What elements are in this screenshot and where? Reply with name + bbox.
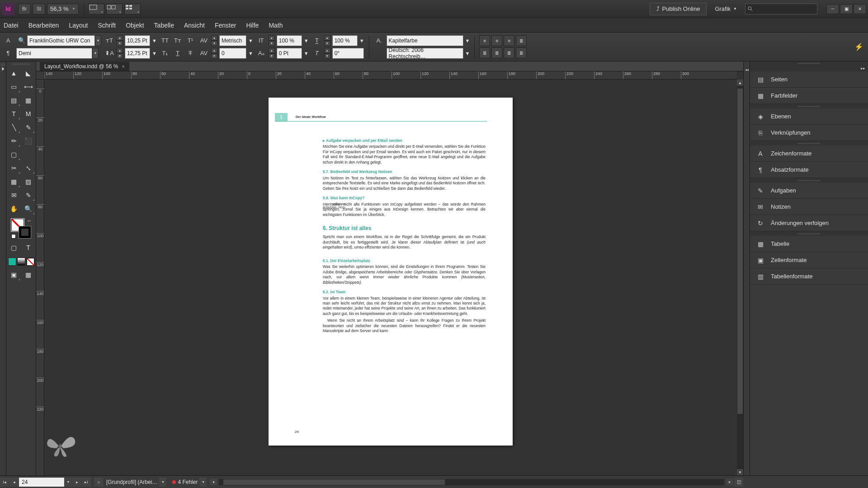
- menu-objekt[interactable]: Objekt: [126, 22, 144, 29]
- menu-tabelle[interactable]: Tabelle: [154, 22, 174, 29]
- next-page-button[interactable]: ▸: [72, 478, 81, 487]
- panel-notes[interactable]: ✉Notizen: [750, 199, 868, 215]
- stock-button[interactable]: St: [33, 4, 45, 14]
- align-left-button[interactable]: ≡: [479, 35, 490, 46]
- chevron-down-icon[interactable]: ▼: [304, 38, 309, 43]
- menu-layout[interactable]: Layout: [69, 22, 88, 29]
- open-bridge-button[interactable]: ☼: [94, 478, 103, 487]
- kerning-field[interactable]: Metrisch: [219, 35, 246, 46]
- kerning-stepper[interactable]: ▲▼: [211, 35, 217, 46]
- panel-table[interactable]: ▦Tabelle: [750, 236, 868, 252]
- pencil-tool[interactable]: ✏: [7, 135, 21, 147]
- view-mode-normal-button[interactable]: ▣: [7, 268, 21, 281]
- menu-ansicht[interactable]: Ansicht: [184, 22, 205, 29]
- panel-assignments[interactable]: ✎Aufgaben: [750, 183, 868, 199]
- chevron-down-icon[interactable]: ▼: [95, 35, 101, 46]
- justify-center-button[interactable]: ≣: [479, 47, 490, 58]
- menu-bearbeiten[interactable]: Bearbeiten: [28, 22, 59, 29]
- panel-track[interactable]: ↻Änderungen verfolgen: [750, 215, 868, 231]
- menu-hilfe[interactable]: Hilfe: [246, 22, 259, 29]
- chevron-down-icon[interactable]: ▼: [152, 38, 157, 43]
- first-page-button[interactable]: I◂: [0, 478, 9, 487]
- panel-para-styles[interactable]: ¶Absatzformate: [750, 162, 868, 178]
- panel-links[interactable]: ⎘Verknüpfungen: [750, 125, 868, 141]
- formatting-text-button[interactable]: T: [22, 241, 35, 254]
- document-tab[interactable]: Layout_Workflow.indd @ 56 % ×: [40, 62, 129, 71]
- horizontal-ruler[interactable]: 1401201008060402002040608010012014016018…: [44, 71, 737, 80]
- align-right-button[interactable]: ≡: [504, 35, 514, 46]
- pen-tool[interactable]: ✎: [22, 121, 35, 134]
- preflight-errors[interactable]: 4 Fehler ▼: [172, 478, 207, 487]
- selection-tool[interactable]: ▲: [7, 67, 21, 80]
- hand-tool[interactable]: ✋: [7, 202, 21, 215]
- hscale-stepper[interactable]: ▲▼: [324, 35, 330, 46]
- last-page-button[interactable]: ▸I: [82, 478, 91, 487]
- font-size-stepper[interactable]: ▲▼: [117, 35, 123, 46]
- chevron-down-icon[interactable]: ▼: [199, 478, 207, 487]
- type-tool[interactable]: T: [7, 108, 21, 120]
- baseline-field[interactable]: 0 Pt: [277, 48, 302, 59]
- gradient-feather-tool[interactable]: ▨: [22, 175, 35, 188]
- apply-color-button[interactable]: [8, 258, 16, 266]
- split-layout-button[interactable]: ◫: [734, 478, 743, 487]
- close-tab-icon[interactable]: ×: [122, 64, 124, 69]
- eyedropper-tool[interactable]: ✎: [22, 189, 35, 202]
- content-collector-tool[interactable]: ▤: [7, 94, 21, 107]
- scroll-right-button[interactable]: ▸: [726, 479, 733, 485]
- vertical-ruler[interactable]: 020406080100120140160180200220: [36, 80, 44, 475]
- language-field[interactable]: Deutsch: 2006 Rechtschreib…: [387, 48, 463, 59]
- tracking-stepper[interactable]: ▲▼: [211, 48, 217, 59]
- menu-datei[interactable]: Datei: [4, 22, 19, 29]
- menu-fenster[interactable]: Fenster: [215, 22, 236, 29]
- rectangle-frame-tool[interactable]: ⬛: [22, 135, 35, 147]
- underline-button[interactable]: T: [172, 48, 183, 59]
- chevron-down-icon[interactable]: ▼: [152, 51, 157, 56]
- maximize-button[interactable]: ▣: [840, 4, 853, 14]
- font-size-field[interactable]: 10,25 Pt: [125, 35, 150, 46]
- panel-char-styles[interactable]: AZeichenformate: [750, 145, 868, 162]
- tracking-field[interactable]: 0: [219, 48, 246, 59]
- allcaps-button[interactable]: TT: [160, 35, 170, 46]
- superscript-button[interactable]: T¹: [185, 35, 196, 46]
- horizontal-scrollbar[interactable]: [219, 479, 724, 485]
- page-tool[interactable]: ▭: [7, 80, 21, 93]
- justify-right-button[interactable]: ≣: [491, 47, 502, 58]
- scroll-up-button[interactable]: ▲: [737, 80, 743, 86]
- note-tool[interactable]: ✉: [7, 189, 21, 202]
- line-tool[interactable]: ╲: [7, 121, 21, 134]
- arrange-button[interactable]: [124, 4, 141, 14]
- strikethrough-button[interactable]: T: [185, 48, 196, 59]
- panel-cell-styles[interactable]: ▣Zellenformate: [750, 252, 868, 268]
- search-field[interactable]: [745, 4, 817, 14]
- math-tool[interactable]: M: [22, 108, 35, 120]
- panel-table-styles[interactable]: ▥Tabellenformate: [750, 268, 868, 285]
- vertical-scrollbar[interactable]: ▲ ▼: [737, 80, 743, 475]
- hscale-field[interactable]: 100 %: [332, 35, 358, 46]
- align-spine-button[interactable]: ≣: [516, 47, 527, 58]
- chevron-down-icon[interactable]: ▼: [248, 51, 253, 56]
- scissors-tool[interactable]: ✂: [7, 162, 21, 174]
- free-transform-tool[interactable]: ⤡: [22, 162, 35, 174]
- character-mode-button[interactable]: A: [3, 35, 14, 46]
- view-options-button[interactable]: [88, 4, 104, 14]
- zoom-level-dropdown[interactable]: 56,3 % ▼: [47, 4, 79, 14]
- font-style-field[interactable]: Demi: [16, 48, 92, 59]
- swap-fill-stroke-icon[interactable]: ⤺: [28, 219, 31, 223]
- chevron-down-icon[interactable]: ▼: [465, 38, 470, 43]
- quick-apply-icon[interactable]: ⚡: [854, 42, 863, 51]
- menu-math[interactable]: Math: [269, 22, 283, 29]
- panel-swatches[interactable]: ▦Farbfelder: [750, 88, 868, 104]
- font-family-field[interactable]: FranklinGothic URW Con: [27, 35, 95, 46]
- ellipse-tool[interactable]: [22, 148, 35, 161]
- leading-field[interactable]: 12,75 Pt: [125, 48, 150, 59]
- chevron-down-icon[interactable]: ▼: [92, 48, 99, 59]
- screen-mode-button[interactable]: [106, 4, 123, 14]
- zoom-tool[interactable]: 🔍: [22, 202, 35, 215]
- formatting-container-button[interactable]: ▢: [7, 241, 21, 254]
- baseline-stepper[interactable]: ▲▼: [269, 48, 275, 59]
- smallcaps-button[interactable]: Tᴛ: [172, 35, 183, 46]
- scroll-thumb[interactable]: [223, 479, 445, 485]
- chevron-down-icon[interactable]: ▼: [304, 51, 309, 56]
- collapse-panels-button[interactable]: ▸▸: [750, 65, 868, 71]
- left-dock-strip[interactable]: [0, 61, 6, 475]
